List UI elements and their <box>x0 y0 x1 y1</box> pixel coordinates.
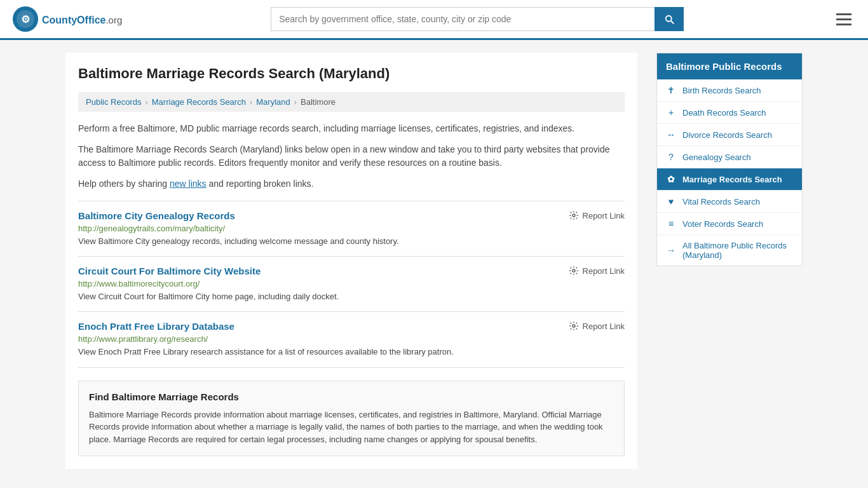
sidebar-item-death-label: Death Records Search <box>682 108 766 118</box>
search-bar <box>271 7 684 31</box>
record-item-2: Circuit Court For Baltimore City Website… <box>78 257 625 312</box>
record-link-3[interactable]: Enoch Pratt Free Library Database <box>78 321 234 332</box>
logo-icon: ⚙ <box>13 6 38 32</box>
record-link-2[interactable]: Circuit Court For Baltimore City Website <box>78 266 261 276</box>
site-header: ⚙ CountyOffice.org <box>0 0 868 40</box>
sidebar: Baltimore Public Records ✝ Birth Records… <box>656 53 803 469</box>
svg-point-3 <box>573 214 575 217</box>
breadcrumb-sep-1: › <box>145 97 147 107</box>
sidebar-item-birth-label: Birth Records Search <box>682 86 761 95</box>
svg-text:⚙: ⚙ <box>21 14 30 25</box>
search-input[interactable] <box>271 7 654 31</box>
sidebar-title: Baltimore Public Records <box>657 53 802 79</box>
report-link-1[interactable]: Report Link <box>569 210 625 220</box>
menu-line-1 <box>836 13 851 15</box>
divorce-icon: ↔ <box>666 130 676 140</box>
breadcrumb-sep-3: › <box>294 97 297 107</box>
sidebar-item-marriage[interactable]: ✿ Marriage Records Search <box>657 168 802 191</box>
sidebar-all-records-link[interactable]: → All Baltimore Public Records (Maryland… <box>657 235 802 266</box>
report-icon-2 <box>569 266 579 276</box>
genealogy-icon: ? <box>666 152 676 162</box>
record-item-1-header: Baltimore City Genealogy Records Report … <box>78 210 625 221</box>
sidebar-item-voter-label: Voter Records Search <box>682 219 763 229</box>
sidebar-item-marriage-label: Marriage Records Search <box>682 175 782 184</box>
birth-icon: ✝ <box>666 85 676 95</box>
sidebar-item-vital[interactable]: ♥ Vital Records Search <box>657 191 802 213</box>
intro-paragraph-3: Help others by sharing new links and rep… <box>78 177 625 191</box>
record-title-3: Enoch Pratt Free Library Database <box>78 321 234 332</box>
sidebar-item-voter[interactable]: ≡ Voter Records Search <box>657 213 802 235</box>
sidebar-item-genealogy-label: Genealogy Search <box>682 152 751 162</box>
record-link-1[interactable]: Baltimore City Genealogy Records <box>78 210 235 221</box>
sidebar-item-divorce-label: Divorce Records Search <box>682 130 772 140</box>
record-title-2: Circuit Court For Baltimore City Website <box>78 266 261 276</box>
all-records-icon: → <box>666 245 676 255</box>
page-title: Baltimore Marriage Records Search (Maryl… <box>78 65 625 82</box>
svg-point-4 <box>573 269 575 272</box>
sidebar-item-birth[interactable]: ✝ Birth Records Search <box>657 79 802 102</box>
find-section-content: Baltimore Marriage Records provide infor… <box>89 409 614 446</box>
breadcrumb-baltimore: Baltimore <box>301 97 336 107</box>
main-container: Baltimore Marriage Records Search (Maryl… <box>53 40 815 482</box>
new-links-link[interactable]: new links <box>170 179 207 189</box>
sidebar-item-vital-label: Vital Records Search <box>682 197 760 207</box>
record-item-1: Baltimore City Genealogy Records Report … <box>78 201 625 257</box>
report-link-2[interactable]: Report Link <box>569 266 625 276</box>
content-area: Baltimore Marriage Records Search (Maryl… <box>65 53 637 469</box>
search-button[interactable] <box>654 7 684 31</box>
breadcrumb-marriage-records-search[interactable]: Marriage Records Search <box>152 97 246 107</box>
marriage-icon: ✿ <box>666 174 676 184</box>
record-item-2-header: Circuit Court For Baltimore City Website… <box>78 266 625 276</box>
death-icon: + <box>666 107 676 118</box>
sidebar-item-death[interactable]: + Death Records Search <box>657 102 802 124</box>
find-section-title: Find Baltimore Marriage Records <box>89 391 614 402</box>
menu-line-3 <box>836 24 851 25</box>
intro-paragraph-2: The Baltimore Marriage Records Search (M… <box>78 143 625 170</box>
report-link-3[interactable]: Report Link <box>569 321 625 331</box>
logo-text: CountyOffice.org <box>42 12 122 26</box>
breadcrumb-sep-2: › <box>250 97 252 107</box>
record-url-3: http://www.prattlibrary.org/research/ <box>78 334 625 344</box>
record-desc-3: View Enoch Pratt Free Library research a… <box>78 346 625 358</box>
records-list: Baltimore City Genealogy Records Report … <box>78 201 625 368</box>
breadcrumb-public-records[interactable]: Public Records <box>86 97 141 107</box>
record-desc-2: View Circuit Court for Baltimore City ho… <box>78 291 625 302</box>
menu-line-2 <box>836 18 851 20</box>
sidebar-all-records-label: All Baltimore Public Records (Maryland) <box>682 241 793 260</box>
record-desc-1: View Baltimore City genealogy records, i… <box>78 236 625 247</box>
page-description: Perform a free Baltimore, MD public marr… <box>78 122 625 191</box>
report-icon-3 <box>569 321 579 331</box>
logo-wordmark: CountyOffice.org <box>42 12 122 27</box>
find-section: Find Baltimore Marriage Records Baltimor… <box>78 381 625 457</box>
record-url-1: http://genealogytrails.com/mary/balticit… <box>78 224 625 233</box>
sidebar-item-divorce[interactable]: ↔ Divorce Records Search <box>657 124 802 146</box>
record-item-3: Enoch Pratt Free Library Database Report… <box>78 312 625 367</box>
search-icon <box>663 13 675 25</box>
hamburger-menu-button[interactable] <box>832 10 855 29</box>
breadcrumb-maryland[interactable]: Maryland <box>256 97 290 107</box>
record-url-2: http://www.baltimorecitycourt.org/ <box>78 279 625 288</box>
breadcrumb: Public Records › Marriage Records Search… <box>78 92 625 112</box>
svg-point-5 <box>573 325 575 327</box>
logo[interactable]: ⚙ CountyOffice.org <box>13 6 122 32</box>
sidebar-item-genealogy[interactable]: ? Genealogy Search <box>657 146 802 168</box>
voter-icon: ≡ <box>666 219 676 229</box>
intro-paragraph-1: Perform a free Baltimore, MD public marr… <box>78 122 625 135</box>
record-title-1: Baltimore City Genealogy Records <box>78 210 235 221</box>
sidebar-box: Baltimore Public Records ✝ Birth Records… <box>656 53 803 266</box>
report-icon-1 <box>569 210 579 220</box>
vital-icon: ♥ <box>666 196 676 207</box>
record-item-3-header: Enoch Pratt Free Library Database Report… <box>78 321 625 332</box>
